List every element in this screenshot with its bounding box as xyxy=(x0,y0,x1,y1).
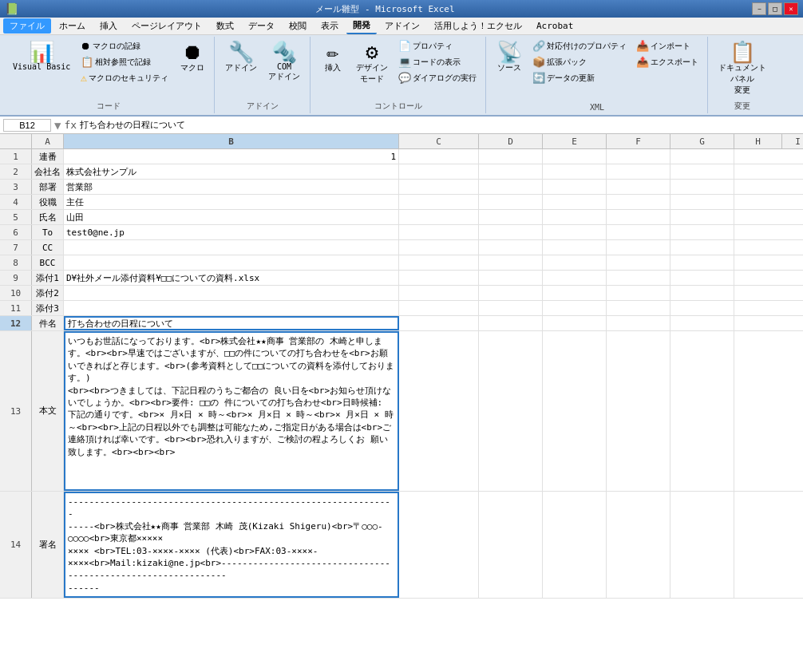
cell-g3[interactable] xyxy=(670,180,734,194)
table-row: 14 署名 ----------------------------------… xyxy=(0,492,803,599)
properties-button[interactable]: 📄 プロパティ xyxy=(394,38,481,53)
cell-b1[interactable]: 1 xyxy=(64,149,399,164)
cell-reference[interactable] xyxy=(3,119,51,132)
cell-d1[interactable] xyxy=(479,149,543,164)
cell-a9[interactable]: 添付1 xyxy=(32,271,64,285)
menu-insert[interactable]: 挿入 xyxy=(93,18,124,34)
menu-data[interactable]: データ xyxy=(242,18,281,34)
cell-a14[interactable]: 署名 xyxy=(32,492,64,598)
menu-excel-tips[interactable]: 活用しよう！エクセル xyxy=(428,18,528,34)
fx-icon[interactable]: fx xyxy=(64,119,77,131)
cell-b6[interactable]: test0@ne.jp xyxy=(64,225,399,239)
design-icon: ⚙ xyxy=(366,42,378,62)
insert-control-button[interactable]: ✏ 挿入 xyxy=(316,38,350,77)
cell-a7[interactable]: CC xyxy=(32,240,64,255)
cell-b10[interactable] xyxy=(64,286,399,300)
menu-page-layout[interactable]: ページレイアウト xyxy=(125,18,208,34)
export-label: エクスポート xyxy=(651,57,698,68)
visual-basic-button[interactable]: 📊 Visual Basic xyxy=(8,38,75,74)
view-code-button[interactable]: 💻 コードの表示 xyxy=(394,54,481,69)
cell-c3[interactable] xyxy=(399,180,479,194)
cell-d3[interactable] xyxy=(479,180,543,194)
cell-a12[interactable]: 件名 xyxy=(32,316,64,330)
dialog-run-button[interactable]: 💬 ダイアログの実行 xyxy=(394,70,481,85)
refresh-data-button[interactable]: 🔄 データの更新 xyxy=(528,70,631,85)
cell-c1[interactable] xyxy=(399,149,479,164)
props-label: プロパティ xyxy=(413,41,453,52)
addin-button[interactable]: 🔧 アドイン xyxy=(220,38,262,77)
ribbon-group-controls: ✏ 挿入 ⚙ デザイン モード 📄 プロパティ 💻 コードの表示 xyxy=(311,37,486,113)
cell-a2[interactable]: 会社名 xyxy=(32,164,64,179)
macro-button[interactable]: ⏺ マクロ xyxy=(176,38,209,77)
col-header-i[interactable]: I xyxy=(782,134,803,148)
menu-file[interactable]: ファイル xyxy=(3,18,51,34)
col-header-e[interactable]: E xyxy=(543,134,607,148)
record-macro-button[interactable]: ⏺ マクロの記録 xyxy=(77,38,172,53)
col-header-g[interactable]: G xyxy=(670,134,734,148)
macro-sec-label: マクロのセキュリティ xyxy=(89,73,168,84)
cell-a6[interactable]: To xyxy=(32,225,64,239)
cell-b13[interactable]: いつもお世話になっております。<br>株式会社★★商事 営業部の 木崎と申します… xyxy=(64,331,399,491)
cell-c2[interactable] xyxy=(399,164,479,179)
cell-a10[interactable]: 添付2 xyxy=(32,286,64,300)
cell-a13[interactable]: 本文 xyxy=(32,331,64,491)
close-button[interactable]: ✕ xyxy=(784,2,798,15)
cell-f3[interactable] xyxy=(607,180,670,194)
menu-formulas[interactable]: 数式 xyxy=(210,18,240,34)
export-button[interactable]: 📤 エクスポート xyxy=(632,54,702,69)
cell-b5[interactable]: 山田 xyxy=(64,210,399,224)
import-button[interactable]: 📥 インポート xyxy=(632,38,702,53)
map-icon: 🔗 xyxy=(532,40,545,52)
col-header-a[interactable]: A xyxy=(32,134,64,148)
menu-dev[interactable]: 開発 xyxy=(346,18,377,34)
cell-f1[interactable] xyxy=(607,149,670,164)
cell-e1[interactable] xyxy=(543,149,607,164)
cell-b4[interactable]: 主任 xyxy=(64,195,399,209)
col-header-d[interactable]: D xyxy=(479,134,543,148)
map-props-button[interactable]: 🔗 対応付けのプロパティ xyxy=(528,38,631,53)
refresh-label: データの更新 xyxy=(547,73,595,84)
cell-a4[interactable]: 役職 xyxy=(32,195,64,209)
cell-a3[interactable]: 部署 xyxy=(32,180,64,194)
cell-b11[interactable] xyxy=(64,301,399,315)
expand-pack-button[interactable]: 📦 拡張パック xyxy=(528,54,631,69)
menu-view[interactable]: 表示 xyxy=(314,18,345,34)
cell-b2[interactable]: 株式会社サンプル xyxy=(64,164,399,179)
cell-b8[interactable] xyxy=(64,255,399,270)
table-row: 13 本文 いつもお世話になっております。<br>株式会社★★商事 営業部の 木… xyxy=(0,331,803,492)
map-label: 対応付けのプロパティ xyxy=(547,41,627,52)
col-header-b[interactable]: B xyxy=(64,134,399,148)
cell-a1[interactable]: 連番 xyxy=(32,149,64,164)
cell-b3[interactable]: 営業部 xyxy=(64,180,399,194)
cell-g2[interactable] xyxy=(670,164,734,179)
cell-b9[interactable]: D¥社外メール添付資料¥□□についての資料.xlsx xyxy=(64,271,399,285)
cell-b14[interactable]: ----------------------------------------… xyxy=(64,492,399,598)
cell-d2[interactable] xyxy=(479,164,543,179)
cell-b12[interactable]: 打ち合わせの日程について xyxy=(64,316,399,330)
cell-e2[interactable] xyxy=(543,164,607,179)
source-button[interactable]: 📡 ソース xyxy=(492,38,527,77)
cell-g1[interactable] xyxy=(670,149,734,164)
relative-ref-button[interactable]: 📋 相対参照で記録 xyxy=(77,54,172,69)
col-header-c[interactable]: C xyxy=(399,134,479,148)
cell-a5[interactable]: 氏名 xyxy=(32,210,64,224)
menu-acrobat[interactable]: Acrobat xyxy=(530,19,580,33)
warning-icon: ⚠ xyxy=(81,72,87,84)
maximize-button[interactable]: □ xyxy=(768,2,782,15)
cell-f2[interactable] xyxy=(607,164,670,179)
cell-a11[interactable]: 添付3 xyxy=(32,301,64,315)
formula-input[interactable] xyxy=(80,120,800,130)
cell-a8[interactable]: BCC xyxy=(32,255,64,270)
menu-home[interactable]: ホーム xyxy=(53,18,92,34)
com-addin-button[interactable]: 🔩 COM アドイン xyxy=(263,38,305,85)
design-mode-button[interactable]: ⚙ デザイン モード xyxy=(351,38,393,88)
minimize-button[interactable]: － xyxy=(752,2,766,15)
col-header-f[interactable]: F xyxy=(607,134,670,148)
menu-addin[interactable]: アドイン xyxy=(378,18,426,34)
doc-panel-button[interactable]: 📋 ドキュメント パネル 変更 xyxy=(714,38,771,99)
macro-security-button[interactable]: ⚠ マクロのセキュリティ xyxy=(77,70,172,85)
col-header-h[interactable]: H xyxy=(734,134,782,148)
menu-review[interactable]: 校閲 xyxy=(283,18,313,34)
cell-b7[interactable] xyxy=(64,240,399,255)
cell-e3[interactable] xyxy=(543,180,607,194)
